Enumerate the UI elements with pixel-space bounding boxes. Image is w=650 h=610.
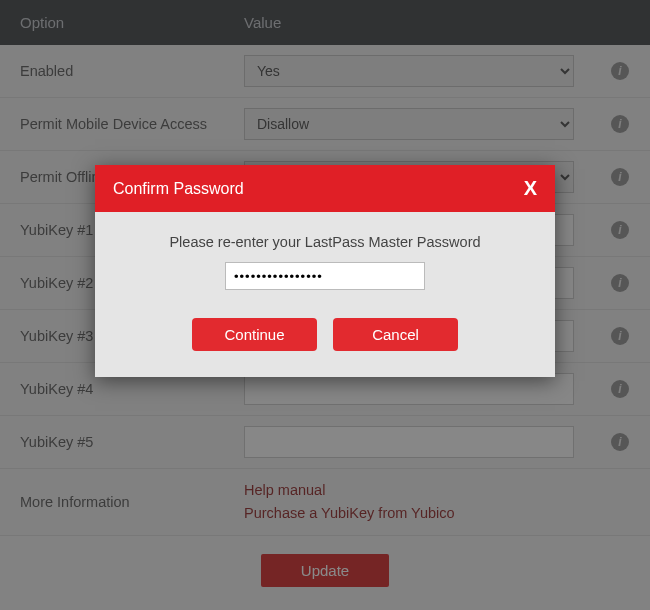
modal-overlay: Confirm Password X Please re-enter your …	[0, 0, 650, 610]
cancel-button[interactable]: Cancel	[333, 318, 458, 351]
modal-header: Confirm Password X	[95, 165, 555, 212]
modal-title: Confirm Password	[113, 180, 244, 198]
confirm-password-modal: Confirm Password X Please re-enter your …	[95, 165, 555, 377]
master-password-input[interactable]	[225, 262, 425, 290]
close-icon[interactable]: X	[524, 177, 537, 200]
modal-prompt: Please re-enter your LastPass Master Pas…	[115, 234, 535, 250]
modal-body: Please re-enter your LastPass Master Pas…	[95, 212, 555, 377]
continue-button[interactable]: Continue	[192, 318, 317, 351]
